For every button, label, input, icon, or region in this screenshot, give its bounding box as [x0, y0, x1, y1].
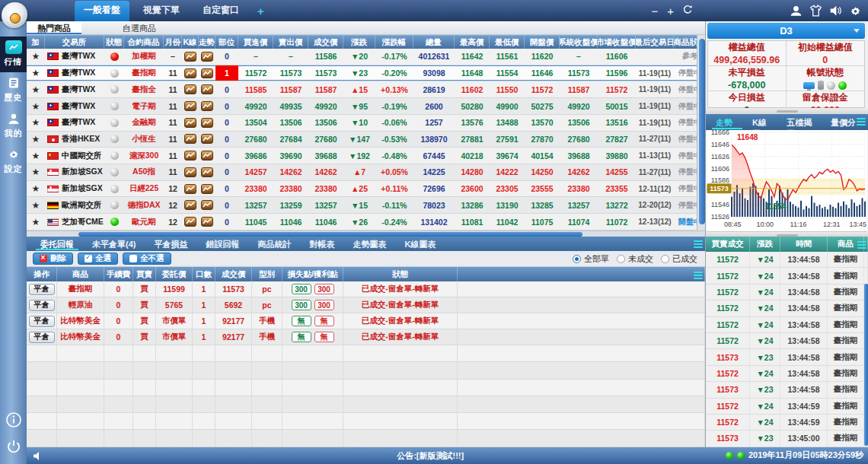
- kline-icon[interactable]: [184, 118, 196, 128]
- tick-row[interactable]: 11572 ▼24 13:44:58 臺指期: [706, 333, 868, 349]
- topbar-tab[interactable]: 視覺下單: [134, 1, 189, 21]
- shirt-icon[interactable]: [809, 5, 822, 17]
- user-icon[interactable]: [790, 5, 803, 17]
- tick-row[interactable]: 11572 ▼24 13:44:58 臺指期: [706, 268, 868, 284]
- order-filter-radio[interactable]: 全部單: [573, 253, 609, 265]
- close-position-button[interactable]: 平倉: [29, 300, 55, 311]
- favorite-star-icon[interactable]: ★: [27, 181, 45, 197]
- quote-row[interactable]: ★ 臺灣TWX 加權期 – 0 – – 11586 ▼20 -0.17% 401…: [27, 49, 705, 65]
- orders-tab[interactable]: 平倉損益: [145, 237, 196, 251]
- quote-row[interactable]: ★ 臺灣TWX 金融期 11 0 13504 13506 13506 ▼10 -…: [27, 115, 705, 132]
- kline-icon[interactable]: [184, 184, 196, 194]
- quote-column-header[interactable]: 狀態: [104, 36, 124, 49]
- chart-tab[interactable]: 走勢图: [709, 114, 745, 130]
- trend-icon[interactable]: [201, 68, 213, 78]
- orders-tab[interactable]: 商品統計: [248, 237, 300, 251]
- favorite-star-icon[interactable]: ★: [27, 98, 45, 114]
- info-icon[interactable]: [5, 412, 22, 431]
- order-filter-radio[interactable]: 已成交: [661, 253, 697, 265]
- favorite-star-icon[interactable]: ★: [27, 49, 45, 65]
- select-all-button[interactable]: 全選: [78, 253, 118, 265]
- trend-icon[interactable]: [201, 217, 213, 227]
- trend-icon[interactable]: [201, 200, 213, 210]
- quote-column-header[interactable]: K線: [182, 36, 199, 49]
- column-menu-icon[interactable]: [694, 270, 703, 278]
- quote-column-header[interactable]: 最低價: [490, 36, 525, 49]
- quote-row[interactable]: ★ 新加坡SGX A50指 11 0 14257 14262 14262 ▲7 …: [27, 164, 705, 181]
- quote-vertical-scrollbar-thumb[interactable]: [699, 39, 705, 224]
- horizontal-scrollbar[interactable]: [27, 230, 705, 237]
- quote-column-header[interactable]: 成交價: [308, 36, 343, 49]
- order-column-header[interactable]: 手續費: [104, 267, 133, 281]
- tick-column-header[interactable]: 買賣成交: [706, 237, 750, 252]
- favorite-star-icon[interactable]: ★: [27, 148, 45, 164]
- order-row[interactable]: 平倉 比特幣美金 0 買 市價單 1 92177 手機 無無 已成交-留倉單-轉…: [27, 313, 705, 329]
- sidebar-item-user[interactable]: 我的: [0, 108, 27, 144]
- add-tab-button[interactable]: +: [253, 2, 269, 21]
- close-position-button[interactable]: 平倉: [29, 284, 55, 295]
- favorite-star-icon[interactable]: ★: [27, 214, 45, 230]
- order-column-header[interactable]: 損失點/獲利點: [282, 267, 343, 281]
- tick-column-header[interactable]: 時間: [780, 237, 828, 252]
- chart-menu-icon[interactable]: [857, 116, 866, 125]
- quote-column-header[interactable]: 買進價: [238, 36, 273, 49]
- kline-icon[interactable]: [184, 200, 196, 210]
- quote-column-header[interactable]: 合約商品: [124, 36, 164, 49]
- tick-row[interactable]: 11572 ▼24 13:44:59 臺指期: [706, 399, 868, 415]
- stop-loss-badge[interactable]: 無: [292, 332, 311, 342]
- orders-tab[interactable]: 未平倉單(4): [83, 237, 145, 251]
- quote-column-header[interactable]: 走勢: [199, 36, 215, 49]
- order-filter-radio[interactable]: 未成交: [617, 253, 653, 265]
- trend-icon[interactable]: [201, 52, 213, 62]
- quote-row[interactable]: ★ 中國期交所 滬深300 11 0 39686 39690 39688 ▼19…: [27, 148, 705, 164]
- quote-row[interactable]: ★ 芝加哥CME 歐元期 12 0 11045 11046 11046 ▼26 …: [27, 214, 705, 230]
- select-none-button[interactable]: 全不選: [123, 253, 171, 265]
- tick-row[interactable]: 11573 ▼23 13:44:58 臺指期: [706, 382, 868, 398]
- order-column-header[interactable]: 口數: [193, 267, 215, 281]
- take-profit-badge[interactable]: 無: [314, 316, 334, 326]
- chart-tab[interactable]: K線图: [745, 114, 780, 130]
- take-profit-badge[interactable]: 300: [314, 284, 334, 294]
- panel-menu-icon[interactable]: [694, 239, 703, 247]
- tick-row[interactable]: 11573 ▼23 13:44:58 臺指期: [706, 349, 868, 365]
- tick-row[interactable]: 11572 ▼24 13:44:59 臺指期: [706, 415, 868, 431]
- close-position-button[interactable]: 平倉: [29, 332, 55, 343]
- trend-icon[interactable]: [201, 84, 213, 94]
- sidebar-item-chart[interactable]: 行情: [0, 37, 27, 72]
- quote-row[interactable]: ★ 臺灣TWX 臺指期 11 1 11572 11573 11573 ▼23 -…: [27, 65, 705, 82]
- tick-scrollbar-thumb[interactable]: [864, 284, 868, 446]
- tick-row[interactable]: 11572 ▼24 13:44:58 臺指期: [706, 300, 868, 316]
- minimize-button[interactable]: −: [651, 5, 658, 17]
- orders-tab[interactable]: 走勢圖表: [343, 237, 395, 251]
- watchlist-tab[interactable]: 熱門商品: [27, 21, 81, 34]
- kline-icon[interactable]: [184, 52, 196, 62]
- tick-row[interactable]: 11572 ▼24 13:44:58 臺指期: [706, 284, 868, 300]
- gear-icon[interactable]: [849, 5, 862, 17]
- quote-column-header[interactable]: 漲跌幅: [375, 36, 413, 49]
- trend-icon[interactable]: [201, 118, 213, 128]
- orders-tab[interactable]: 委托回報: [31, 237, 83, 251]
- quote-row[interactable]: ★ 臺灣TWX 電子期 11 0 49920 49935 49920 ▼95 -…: [27, 98, 705, 115]
- order-column-header[interactable]: 操作: [27, 267, 57, 281]
- favorite-star-icon[interactable]: ★: [27, 164, 45, 180]
- quote-column-header[interactable]: 市場收盤價: [598, 36, 636, 49]
- favorite-star-icon[interactable]: ★: [27, 65, 45, 81]
- tick-column-header[interactable]: 漲跌: [750, 237, 780, 252]
- quote-column-header[interactable]: 賣出價: [273, 36, 308, 49]
- favorite-star-icon[interactable]: ★: [27, 197, 45, 213]
- order-column-header[interactable]: 商品: [57, 267, 104, 281]
- quote-row[interactable]: ★ 香港HKEX 小恆生 11 0 27680 27684 27680 ▼147…: [27, 132, 705, 148]
- quote-column-header[interactable]: 系統收盤價: [560, 36, 598, 49]
- kline-icon[interactable]: [184, 134, 196, 144]
- sidebar-item-history[interactable]: 歷史: [0, 72, 27, 108]
- power-icon[interactable]: [5, 438, 22, 458]
- delete-button[interactable]: 刪除: [33, 253, 73, 265]
- quote-column-header[interactable]: 部位: [215, 36, 238, 49]
- stop-loss-badge[interactable]: 300: [292, 284, 311, 294]
- speaker-icon[interactable]: [829, 5, 842, 17]
- topbar-tab[interactable]: 自定窗口: [193, 1, 248, 21]
- panel-splitter[interactable]: [706, 108, 868, 114]
- tick-row[interactable]: 11572 ▼24 13:44:58 臺指期: [706, 317, 868, 333]
- trend-icon[interactable]: [201, 184, 213, 194]
- chart-tab[interactable]: 五檔揭示: [780, 114, 824, 130]
